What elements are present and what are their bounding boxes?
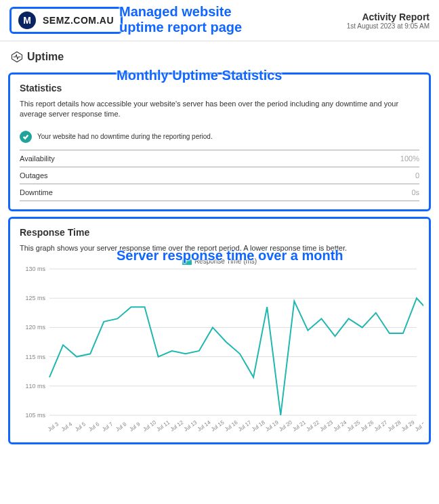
x-tick-label: Jul 7: [101, 421, 114, 432]
stat-value: 0s: [411, 188, 419, 196]
x-tick-label: Jul 4: [60, 421, 73, 432]
brand-text: SEMZ.COM.AU: [43, 15, 114, 26]
response-desc: This graph shows your server response ti…: [20, 243, 419, 253]
legend-label: Response Time (ms): [194, 257, 257, 265]
x-tick-label: Jul 25: [346, 419, 362, 433]
chart-legend: Response Time (ms): [20, 257, 419, 265]
x-tick-label: Jul 30: [414, 419, 423, 433]
stat-label: Availability: [20, 154, 55, 163]
y-tick-label: 130 ms: [25, 266, 45, 272]
stat-row: Outages0: [20, 167, 419, 184]
y-tick-label: 110 ms: [25, 383, 45, 390]
uptime-heading: Uptime: [0, 41, 439, 67]
brand-box: M SEMZ.COM.AU: [9, 7, 123, 34]
x-tick-label: Jul 11: [156, 419, 171, 433]
x-tick-label: Jul 21: [291, 419, 307, 433]
x-tick-label: Jul 18: [251, 419, 266, 433]
header-bar: M SEMZ.COM.AU Activity Report 1st August…: [0, 0, 439, 41]
check-icon: [20, 131, 32, 143]
chart-line: [49, 284, 423, 415]
report-title-block: Activity Report 1st August 2023 at 9:05 …: [347, 12, 430, 30]
x-tick-label: Jul 14: [196, 419, 212, 433]
stat-row: Downtime0s: [20, 184, 419, 201]
response-title: Response Time: [20, 227, 419, 238]
section-title: Uptime: [27, 51, 64, 63]
stats-desc: This report details how accessible your …: [20, 99, 419, 120]
legend-swatch: [182, 259, 192, 265]
stat-value: 0: [415, 171, 419, 180]
x-tick-label: Jul 29: [400, 419, 416, 433]
x-tick-label: Jul 17: [237, 419, 253, 433]
y-tick-label: 125 ms: [25, 295, 45, 301]
y-tick-label: 120 ms: [25, 324, 45, 331]
response-chart: 105 ms110 ms115 ms120 ms125 ms130 msJul …: [20, 265, 423, 434]
x-tick-label: Jul 19: [264, 419, 280, 433]
x-tick-label: Jul 13: [183, 419, 198, 433]
x-tick-label: Jul 3: [47, 421, 60, 432]
stat-row: Availability100%: [20, 150, 419, 167]
chart-container: Response Time (ms) 105 ms110 ms115 ms120…: [20, 257, 419, 434]
x-tick-label: Jul 9: [128, 421, 141, 432]
x-tick-label: Jul 26: [360, 419, 375, 433]
y-tick-label: 105 ms: [25, 412, 45, 419]
stats-title: Statistics: [20, 83, 419, 93]
y-tick-label: 115 ms: [25, 354, 45, 360]
report-title: Activity Report: [347, 12, 430, 22]
x-tick-label: Jul 28: [387, 419, 402, 433]
statistics-card: Statistics This report details how acces…: [8, 72, 431, 211]
pulse-icon: [11, 51, 23, 63]
brand-logo-icon: M: [18, 12, 36, 29]
stat-label: Downtime: [20, 188, 53, 196]
report-date: 1st August 2023 at 9:05 AM: [347, 22, 430, 30]
x-tick-label: Jul 5: [74, 421, 87, 432]
x-tick-label: Jul 27: [373, 419, 389, 433]
x-tick-label: Jul 16: [224, 419, 239, 433]
response-card: Response Time This graph shows your serv…: [8, 217, 431, 444]
status-text: Your website had no downtime during the …: [37, 133, 213, 140]
x-tick-label: Jul 15: [210, 419, 226, 433]
stat-value: 100%: [400, 154, 419, 163]
stat-label: Outages: [20, 171, 48, 180]
x-tick-label: Jul 23: [318, 419, 334, 433]
status-row: Your website had no downtime during the …: [20, 131, 419, 143]
x-tick-label: Jul 8: [114, 421, 127, 432]
x-tick-label: Jul 6: [87, 421, 100, 432]
x-tick-label: Jul 12: [169, 419, 185, 433]
x-tick-label: Jul 10: [142, 419, 158, 433]
x-tick-label: Jul 24: [333, 419, 348, 433]
x-tick-label: Jul 22: [305, 419, 320, 433]
x-tick-label: Jul 20: [278, 419, 293, 433]
stat-rows: Availability100%Outages0Downtime0s: [20, 150, 419, 201]
